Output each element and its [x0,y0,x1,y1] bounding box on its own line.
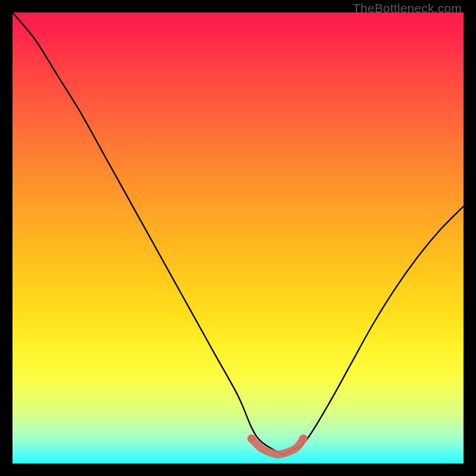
plateau-marker-start [248,434,256,443]
plateau-marker-stroke [252,439,303,455]
plateau-marker-end [299,434,308,443]
plateau-markers [248,434,308,455]
score-curve-path [12,12,464,455]
plot-area [12,12,464,464]
curve-svg [12,12,464,464]
chart-frame: TheBottleneck.com [0,0,476,476]
